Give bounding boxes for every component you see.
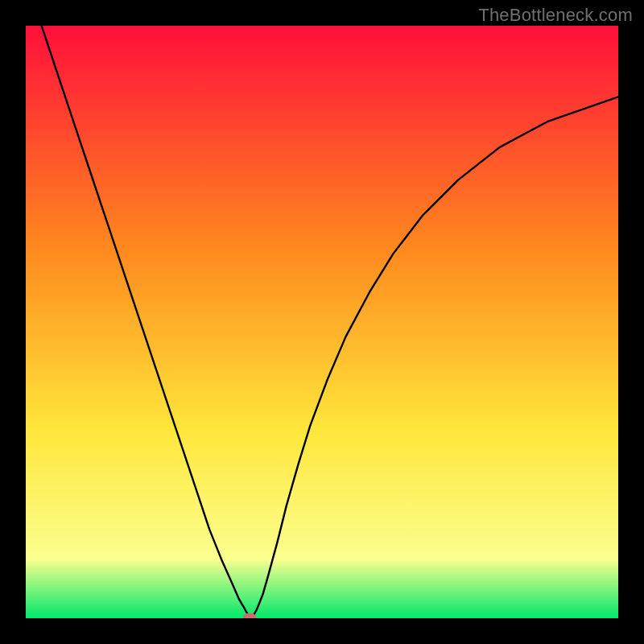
watermark-text: TheBottleneck.com bbox=[478, 5, 633, 26]
chart-svg bbox=[26, 26, 618, 618]
chart-container: TheBottleneck.com bbox=[0, 0, 644, 644]
gradient-background bbox=[26, 26, 618, 618]
plot-area bbox=[26, 26, 618, 618]
